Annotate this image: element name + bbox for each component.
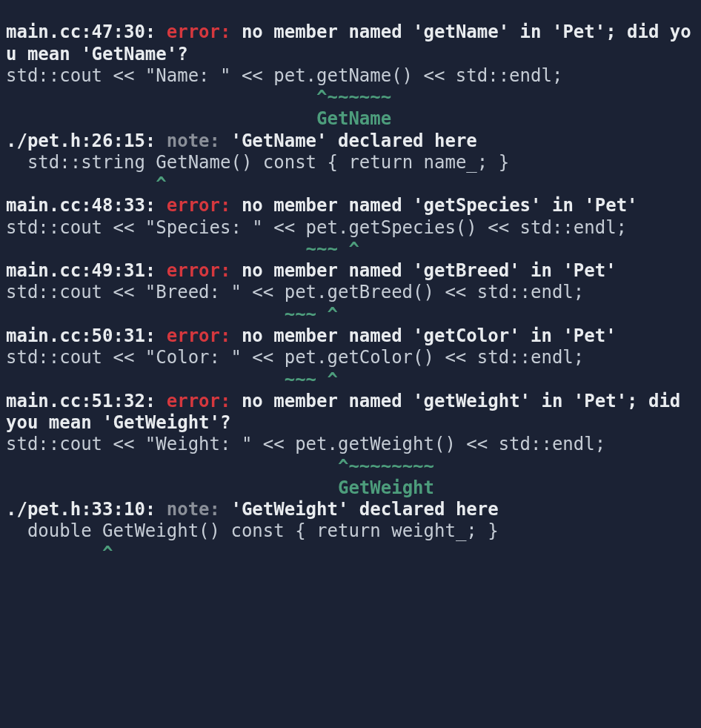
diag-location: main.cc:50:31: [6,325,167,346]
diag-code-line: std::cout << "Breed: " << pet.getBreed()… [6,282,584,302]
note-location: ./pet.h:26:15: [6,130,167,151]
note-caret: ^ [6,543,113,563]
diag-error-tag: error: [167,391,231,411]
diag-error-tag: error: [167,260,231,281]
diag-code-line: std::cout << "Species: " << pet.getSpeci… [6,217,627,238]
diag-block: main.cc:49:31: error: no member named 'g… [6,260,617,325]
diag-message: no member named 'getColor' in 'Pet' [230,325,616,346]
diag-block: main.cc:48:33: error: no member named 'g… [6,195,638,259]
note-tag: note: [167,130,220,151]
terminal-output: main.cc:47:30: error: no member named 'g… [0,0,701,564]
diag-fixit: GetName [6,108,391,129]
diag-location: main.cc:48:33: [6,195,167,216]
diag-caret: ~~~ ^ [6,239,359,259]
diag-message: no member named 'getSpecies' in 'Pet' [230,195,637,216]
diag-caret: ^~~~~~~~~ [6,456,434,477]
diag-code-line: std::cout << "Weight: " << pet.getWeight… [6,434,605,454]
diag-block: main.cc:50:31: error: no member named 'g… [6,325,617,390]
note-message: 'GetName' declared here [220,130,477,151]
diag-location: main.cc:49:31: [6,260,167,281]
diag-code-line: std::cout << "Name: " << pet.getName() <… [6,65,562,86]
diag-caret: ~~~ ^ [6,369,338,390]
diag-caret: ~~~ ^ [6,304,338,325]
diag-location: main.cc:51:32: [6,391,167,411]
note-location: ./pet.h:33:10: [6,499,167,520]
diag-caret: ^~~~~~~ [6,87,391,107]
note-message: 'GetWeight' declared here [220,499,499,520]
note-code-line: std::string GetName() const { return nam… [6,152,509,173]
diag-location: main.cc:47:30: [6,21,167,42]
diag-fixit: GetWeight [6,477,434,498]
note-tag: note: [167,499,220,520]
diag-block: main.cc:51:32: error: no member named 'g… [6,391,691,563]
diag-error-tag: error: [167,21,231,42]
diag-message: no member named 'getBreed' in 'Pet' [230,260,616,281]
note-caret: ^ [6,173,167,194]
diag-error-tag: error: [167,325,231,346]
diag-block: main.cc:47:30: error: no member named 'g… [6,21,691,194]
diag-code-line: std::cout << "Color: " << pet.getColor()… [6,347,584,368]
diag-error-tag: error: [167,195,231,216]
note-code-line: double GetWeight() const { return weight… [6,520,499,541]
